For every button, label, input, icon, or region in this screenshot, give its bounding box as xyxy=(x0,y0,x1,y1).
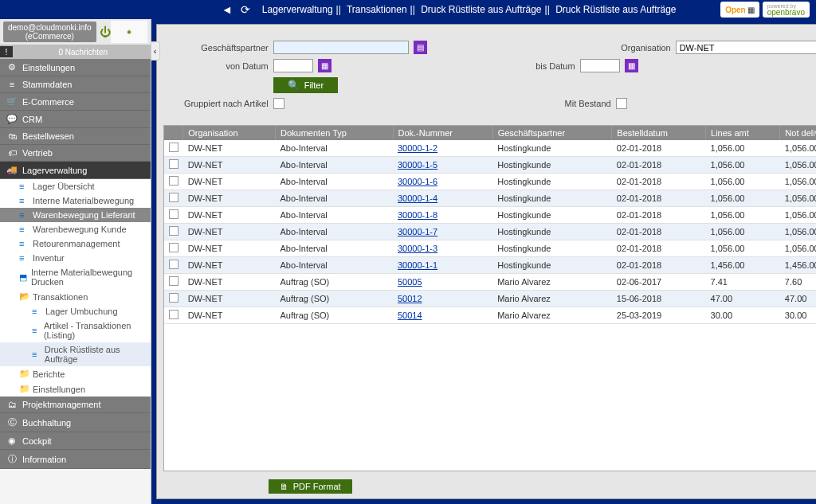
group-checkbox[interactable] xyxy=(273,98,284,109)
row-checkbox[interactable] xyxy=(169,193,178,202)
doc-number-link[interactable]: 30000-1-5 xyxy=(393,157,492,174)
doc-number-link[interactable]: 30000-1-1 xyxy=(393,257,492,274)
table-row[interactable]: DW-NETAuftrag (SO)50005Mario Alvarez02-0… xyxy=(164,274,816,291)
row-checkbox[interactable] xyxy=(169,260,178,269)
sub-item[interactable]: ≡Druck Rüstliste aus Aufträge xyxy=(0,342,151,366)
table-row[interactable]: DW-NETAbo-Interval30000-1-5Hostingkunde0… xyxy=(164,157,816,174)
menu-item[interactable]: ≡Stammdaten xyxy=(0,76,151,93)
column-header[interactable]: Geschäftspartner xyxy=(492,126,612,140)
table-row[interactable]: DW-NETAbo-Interval30000-1-3Hostingkunde0… xyxy=(164,240,816,257)
menu-item[interactable]: ⓘInformation xyxy=(0,450,151,469)
cell: DW-NET xyxy=(183,274,276,291)
column-header[interactable]: Not delivery xyxy=(780,126,816,140)
sub-item[interactable]: ≡Artikel - Transaktionen (Listing) xyxy=(0,318,151,342)
user-badge[interactable]: demo@cloudmonki.info (eCommerce) xyxy=(3,21,96,42)
row-checkbox[interactable] xyxy=(169,209,178,219)
doc-number-link[interactable]: 50012 xyxy=(393,291,492,307)
truck-icon: 🚚 xyxy=(6,165,18,175)
bp-lookup-button[interactable]: ▤ xyxy=(414,41,427,54)
sub-item[interactable]: ≡Lager Umbuchung xyxy=(0,304,151,318)
messages-bar[interactable]: !0 Nachrichten xyxy=(0,45,151,59)
row-checkbox[interactable] xyxy=(169,293,178,303)
sub-item[interactable]: ≡Lager Übersicht xyxy=(0,179,151,193)
column-header[interactable]: Dokumenten Typ xyxy=(276,126,394,140)
to-date-input[interactable] xyxy=(580,59,620,72)
menu-item[interactable]: ⚙Einstellungen xyxy=(0,59,151,76)
from-date-input[interactable] xyxy=(273,59,313,72)
org-select[interactable]: DW-NET xyxy=(676,41,816,54)
table-row[interactable]: DW-NETAuftrag (SO)50014Mario Alvarez25-0… xyxy=(164,307,816,324)
sub-item[interactable]: ≡Warenbewegung Lieferant xyxy=(0,208,151,222)
cell: 7.60 xyxy=(780,274,816,291)
to-date-picker-button[interactable]: ▦ xyxy=(625,59,638,72)
menu-icon: 💬 xyxy=(6,114,18,124)
menu-icon: ◉ xyxy=(6,436,18,446)
cell: DW-NET xyxy=(183,240,276,257)
document-icon: 🗎 xyxy=(280,482,288,491)
cell: 30.00 xyxy=(706,307,780,324)
doc-number-link[interactable]: 30000-1-3 xyxy=(393,240,492,257)
cell: Abo-Interval xyxy=(276,140,394,157)
table-row[interactable]: DW-NETAbo-Interval30000-1-7Hostingkunde0… xyxy=(164,224,816,240)
doc-number-link[interactable]: 30000-1-2 xyxy=(393,140,492,157)
sub-item[interactable]: ≡Retourenmanagement xyxy=(0,236,151,251)
row-checkbox[interactable] xyxy=(169,276,178,286)
menu-item[interactable]: 💬CRM xyxy=(0,111,151,128)
cell: DW-NET xyxy=(183,224,276,240)
column-header[interactable]: Bestelldatum xyxy=(612,126,706,140)
row-checkbox[interactable] xyxy=(169,159,178,169)
bp-label: Geschäftspartner xyxy=(181,43,269,53)
menu-item[interactable]: ⒸBuchhaltung xyxy=(0,413,151,432)
cell: Mario Alvarez xyxy=(492,307,612,324)
breadcrumb-2[interactable]: Druck Rüstliste aus Aufträge xyxy=(421,4,541,15)
collapse-sidebar-button[interactable]: ‹ xyxy=(151,41,160,61)
doc-number-link[interactable]: 30000-1-6 xyxy=(393,174,492,190)
sub-item[interactable]: ⬒Interne Materialbewegung Drucken xyxy=(0,265,151,289)
breadcrumb-1[interactable]: Transaktionen xyxy=(347,4,407,15)
refresh-icon[interactable]: ⟳ xyxy=(241,3,250,16)
menu-item[interactable]: 🗂Projektmanagement xyxy=(0,397,151,413)
doc-number-link[interactable]: 30000-1-4 xyxy=(393,190,492,207)
row-checkbox[interactable] xyxy=(169,143,178,152)
table-row[interactable]: DW-NETAbo-Interval30000-1-2Hostingkunde0… xyxy=(164,140,816,157)
row-checkbox[interactable] xyxy=(169,226,178,236)
select-all-checkbox[interactable] xyxy=(164,126,183,140)
doc-number-link[interactable]: 50014 xyxy=(393,307,492,324)
row-checkbox[interactable] xyxy=(169,310,178,319)
table-row[interactable]: DW-NETAbo-Interval30000-1-1Hostingkunde0… xyxy=(164,257,816,274)
menu-item[interactable]: 🛍Bestellwesen xyxy=(0,128,151,145)
search-icon: 🔍 xyxy=(288,80,300,91)
row-checkbox[interactable] xyxy=(169,176,178,186)
table-row[interactable]: DW-NETAbo-Interval30000-1-8Hostingkunde0… xyxy=(164,207,816,224)
menu-lagerverwaltung[interactable]: 🚚Lagerverwaltung xyxy=(0,162,151,179)
doc-number-link[interactable]: 50005 xyxy=(393,274,492,291)
menu-item[interactable]: ◉Cockpit xyxy=(0,432,151,450)
from-date-picker-button[interactable]: ▦ xyxy=(318,59,332,72)
sub-item[interactable]: 📁Berichte xyxy=(0,366,151,381)
breadcrumb-0[interactable]: Lagerverwaltung xyxy=(262,4,333,15)
column-header[interactable]: Lines amt xyxy=(706,126,780,140)
row-checkbox[interactable] xyxy=(169,243,178,252)
filter-button[interactable]: 🔍Filter xyxy=(273,77,338,93)
menu-item[interactable]: 🛒E-Commerce xyxy=(0,93,151,111)
power-icon[interactable]: ⏻ xyxy=(100,25,111,38)
sub-icon: ≡ xyxy=(19,182,29,191)
stock-checkbox[interactable] xyxy=(616,98,627,109)
sub-item[interactable]: ≡Interne Materialbewegung xyxy=(0,193,151,208)
doc-number-link[interactable]: 30000-1-8 xyxy=(393,207,492,224)
menu-icon: Ⓒ xyxy=(6,416,18,428)
back-icon[interactable]: ◄ xyxy=(222,3,233,16)
sub-item[interactable]: ≡Warenbewegung Kunde xyxy=(0,222,151,236)
column-header[interactable]: Dok.-Nummer xyxy=(393,126,492,140)
sub-item[interactable]: ≡Inventur xyxy=(0,251,151,265)
sub-item[interactable]: 📁Einstellungen xyxy=(0,381,151,397)
sub-item[interactable]: 📂Transaktionen xyxy=(0,289,151,304)
menu-item[interactable]: 🏷Vertrieb xyxy=(0,145,151,162)
table-row[interactable]: DW-NETAbo-Interval30000-1-6Hostingkunde0… xyxy=(164,174,816,190)
table-row[interactable]: DW-NETAbo-Interval30000-1-4Hostingkunde0… xyxy=(164,190,816,207)
doc-number-link[interactable]: 30000-1-7 xyxy=(393,224,492,240)
table-row[interactable]: DW-NETAuftrag (SO)50012Mario Alvarez15-0… xyxy=(164,291,816,307)
pdf-button[interactable]: 🗎PDF Format xyxy=(269,479,352,494)
column-header[interactable]: Organisation xyxy=(183,126,276,140)
bp-input[interactable] xyxy=(273,41,409,54)
